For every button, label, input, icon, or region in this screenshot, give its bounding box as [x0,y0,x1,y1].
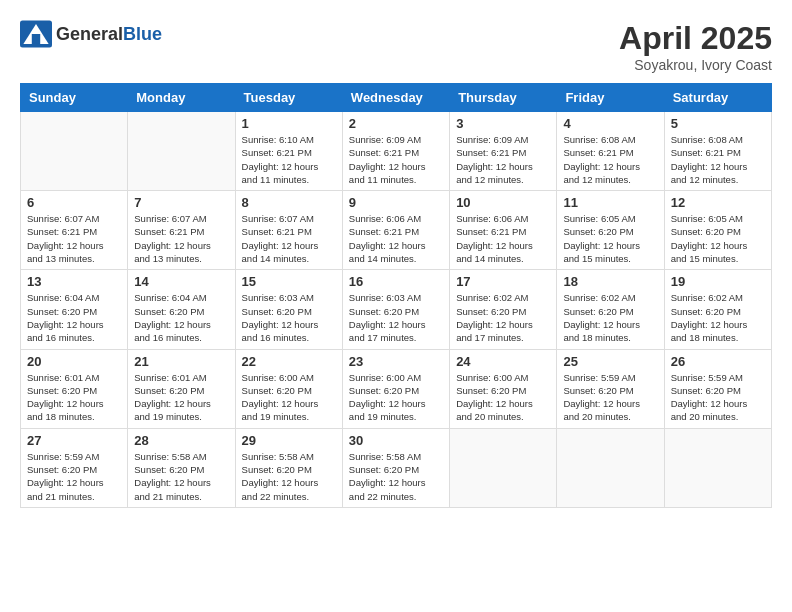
table-row: 28Sunrise: 5:58 AM Sunset: 6:20 PM Dayli… [128,428,235,507]
day-number: 11 [563,195,657,210]
col-tuesday: Tuesday [235,84,342,112]
svg-rect-2 [32,34,40,44]
day-number: 19 [671,274,765,289]
day-number: 24 [456,354,550,369]
day-number: 14 [134,274,228,289]
day-info: Sunrise: 6:06 AM Sunset: 6:21 PM Dayligh… [349,212,443,265]
day-info: Sunrise: 6:05 AM Sunset: 6:20 PM Dayligh… [671,212,765,265]
day-info: Sunrise: 6:01 AM Sunset: 6:20 PM Dayligh… [134,371,228,424]
day-info: Sunrise: 6:00 AM Sunset: 6:20 PM Dayligh… [242,371,336,424]
day-info: Sunrise: 6:05 AM Sunset: 6:20 PM Dayligh… [563,212,657,265]
day-number: 13 [27,274,121,289]
table-row: 6Sunrise: 6:07 AM Sunset: 6:21 PM Daylig… [21,191,128,270]
table-row: 26Sunrise: 5:59 AM Sunset: 6:20 PM Dayli… [664,349,771,428]
logo: GeneralBlue [20,20,162,48]
day-info: Sunrise: 5:58 AM Sunset: 6:20 PM Dayligh… [134,450,228,503]
day-number: 16 [349,274,443,289]
table-row: 10Sunrise: 6:06 AM Sunset: 6:21 PM Dayli… [450,191,557,270]
day-number: 21 [134,354,228,369]
day-info: Sunrise: 5:59 AM Sunset: 6:20 PM Dayligh… [563,371,657,424]
calendar-week-row: 6Sunrise: 6:07 AM Sunset: 6:21 PM Daylig… [21,191,772,270]
table-row: 11Sunrise: 6:05 AM Sunset: 6:20 PM Dayli… [557,191,664,270]
table-row: 24Sunrise: 6:00 AM Sunset: 6:20 PM Dayli… [450,349,557,428]
day-number: 2 [349,116,443,131]
col-wednesday: Wednesday [342,84,449,112]
day-number: 7 [134,195,228,210]
table-row: 8Sunrise: 6:07 AM Sunset: 6:21 PM Daylig… [235,191,342,270]
calendar-table: Sunday Monday Tuesday Wednesday Thursday… [20,83,772,508]
day-number: 10 [456,195,550,210]
calendar-week-row: 27Sunrise: 5:59 AM Sunset: 6:20 PM Dayli… [21,428,772,507]
table-row: 14Sunrise: 6:04 AM Sunset: 6:20 PM Dayli… [128,270,235,349]
table-row: 23Sunrise: 6:00 AM Sunset: 6:20 PM Dayli… [342,349,449,428]
day-info: Sunrise: 6:02 AM Sunset: 6:20 PM Dayligh… [563,291,657,344]
calendar-week-row: 13Sunrise: 6:04 AM Sunset: 6:20 PM Dayli… [21,270,772,349]
table-row: 16Sunrise: 6:03 AM Sunset: 6:20 PM Dayli… [342,270,449,349]
day-info: Sunrise: 6:04 AM Sunset: 6:20 PM Dayligh… [27,291,121,344]
day-number: 18 [563,274,657,289]
day-number: 28 [134,433,228,448]
table-row [664,428,771,507]
table-row: 3Sunrise: 6:09 AM Sunset: 6:21 PM Daylig… [450,112,557,191]
table-row: 1Sunrise: 6:10 AM Sunset: 6:21 PM Daylig… [235,112,342,191]
day-number: 23 [349,354,443,369]
day-info: Sunrise: 6:09 AM Sunset: 6:21 PM Dayligh… [456,133,550,186]
day-info: Sunrise: 6:03 AM Sunset: 6:20 PM Dayligh… [242,291,336,344]
col-saturday: Saturday [664,84,771,112]
table-row [21,112,128,191]
table-row: 9Sunrise: 6:06 AM Sunset: 6:21 PM Daylig… [342,191,449,270]
col-monday: Monday [128,84,235,112]
day-info: Sunrise: 6:00 AM Sunset: 6:20 PM Dayligh… [349,371,443,424]
day-info: Sunrise: 6:07 AM Sunset: 6:21 PM Dayligh… [27,212,121,265]
calendar-week-row: 20Sunrise: 6:01 AM Sunset: 6:20 PM Dayli… [21,349,772,428]
day-number: 8 [242,195,336,210]
day-number: 25 [563,354,657,369]
table-row: 19Sunrise: 6:02 AM Sunset: 6:20 PM Dayli… [664,270,771,349]
month-year: April 2025 [619,20,772,57]
title-block: April 2025 Soyakrou, Ivory Coast [619,20,772,73]
day-info: Sunrise: 6:02 AM Sunset: 6:20 PM Dayligh… [456,291,550,344]
day-info: Sunrise: 6:00 AM Sunset: 6:20 PM Dayligh… [456,371,550,424]
logo-icon [20,20,52,48]
day-number: 3 [456,116,550,131]
day-number: 20 [27,354,121,369]
table-row: 5Sunrise: 6:08 AM Sunset: 6:21 PM Daylig… [664,112,771,191]
calendar-week-row: 1Sunrise: 6:10 AM Sunset: 6:21 PM Daylig… [21,112,772,191]
table-row [450,428,557,507]
table-row: 18Sunrise: 6:02 AM Sunset: 6:20 PM Dayli… [557,270,664,349]
table-row: 2Sunrise: 6:09 AM Sunset: 6:21 PM Daylig… [342,112,449,191]
day-number: 12 [671,195,765,210]
day-info: Sunrise: 6:10 AM Sunset: 6:21 PM Dayligh… [242,133,336,186]
calendar-header-row: Sunday Monday Tuesday Wednesday Thursday… [21,84,772,112]
day-info: Sunrise: 6:09 AM Sunset: 6:21 PM Dayligh… [349,133,443,186]
logo-general: General [56,24,123,44]
day-info: Sunrise: 6:07 AM Sunset: 6:21 PM Dayligh… [134,212,228,265]
day-number: 9 [349,195,443,210]
table-row: 21Sunrise: 6:01 AM Sunset: 6:20 PM Dayli… [128,349,235,428]
table-row: 4Sunrise: 6:08 AM Sunset: 6:21 PM Daylig… [557,112,664,191]
table-row: 12Sunrise: 6:05 AM Sunset: 6:20 PM Dayli… [664,191,771,270]
day-info: Sunrise: 6:02 AM Sunset: 6:20 PM Dayligh… [671,291,765,344]
day-info: Sunrise: 6:08 AM Sunset: 6:21 PM Dayligh… [563,133,657,186]
day-info: Sunrise: 6:08 AM Sunset: 6:21 PM Dayligh… [671,133,765,186]
day-number: 17 [456,274,550,289]
table-row: 30Sunrise: 5:58 AM Sunset: 6:20 PM Dayli… [342,428,449,507]
day-info: Sunrise: 5:58 AM Sunset: 6:20 PM Dayligh… [242,450,336,503]
day-info: Sunrise: 5:59 AM Sunset: 6:20 PM Dayligh… [671,371,765,424]
table-row: 27Sunrise: 5:59 AM Sunset: 6:20 PM Dayli… [21,428,128,507]
table-row: 22Sunrise: 6:00 AM Sunset: 6:20 PM Dayli… [235,349,342,428]
day-number: 1 [242,116,336,131]
day-info: Sunrise: 6:06 AM Sunset: 6:21 PM Dayligh… [456,212,550,265]
day-number: 27 [27,433,121,448]
logo-blue: Blue [123,24,162,44]
day-number: 6 [27,195,121,210]
logo-text: GeneralBlue [56,24,162,45]
table-row: 13Sunrise: 6:04 AM Sunset: 6:20 PM Dayli… [21,270,128,349]
col-thursday: Thursday [450,84,557,112]
day-info: Sunrise: 6:04 AM Sunset: 6:20 PM Dayligh… [134,291,228,344]
page-header: GeneralBlue April 2025 Soyakrou, Ivory C… [20,20,772,73]
col-friday: Friday [557,84,664,112]
table-row: 15Sunrise: 6:03 AM Sunset: 6:20 PM Dayli… [235,270,342,349]
table-row: 20Sunrise: 6:01 AM Sunset: 6:20 PM Dayli… [21,349,128,428]
day-info: Sunrise: 6:03 AM Sunset: 6:20 PM Dayligh… [349,291,443,344]
